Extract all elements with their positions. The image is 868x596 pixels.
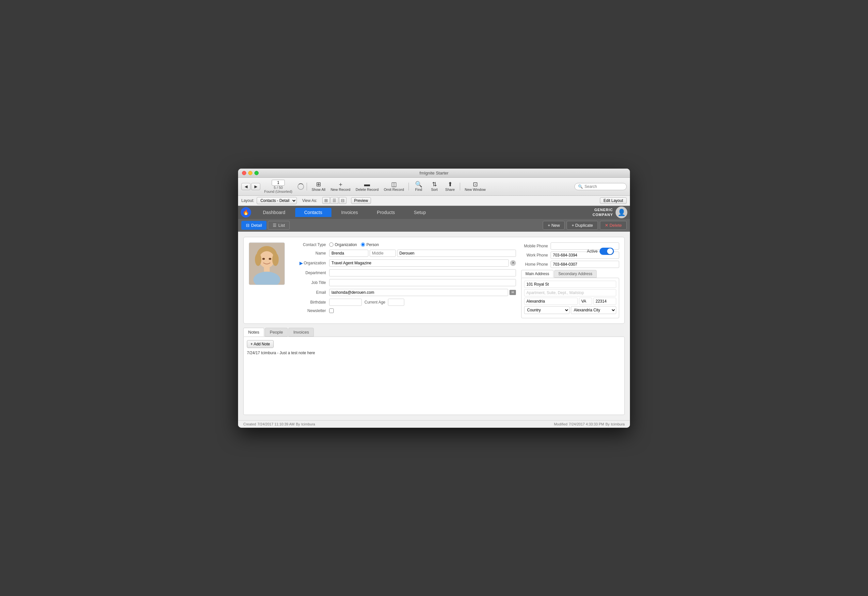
address-county-select[interactable]: Alexandria City [571, 306, 616, 314]
svg-point-8 [269, 258, 272, 260]
org-field: ✕ [329, 259, 516, 267]
contact-form: Contact Type Organization Person [243, 237, 625, 324]
email-field: ✉ [329, 289, 516, 296]
layout-bar: Layout: Contacts - Detail View As: ⊞ ☰ ⊟… [238, 196, 630, 206]
birthdate-input[interactable] [329, 299, 362, 306]
name-label: Name [293, 251, 329, 256]
current-age-input[interactable] [388, 299, 404, 306]
show-all-button[interactable]: ⊞ Show All [310, 181, 327, 192]
job-title-input[interactable] [329, 279, 516, 286]
preview-button[interactable]: Preview [351, 197, 371, 204]
org-clear-button[interactable]: ✕ [510, 260, 516, 266]
back-button[interactable]: ◀ [241, 183, 251, 190]
address-street-input[interactable] [524, 281, 616, 288]
org-radio[interactable] [329, 243, 334, 247]
org-label-container: ▶ Organization [293, 260, 329, 266]
home-phone-input[interactable] [551, 261, 619, 268]
address-zip-input[interactable] [593, 298, 616, 305]
person-option-label: Person [366, 243, 379, 247]
contact-photo [249, 243, 288, 318]
active-toggle-switch[interactable] [599, 248, 614, 255]
sort-icon: ⇅ [432, 181, 437, 187]
share-button[interactable]: ⬆ Share [443, 181, 457, 192]
name-row: Name [293, 250, 516, 257]
search-box[interactable]: 🔍 [574, 183, 627, 190]
list-view-button[interactable]: ☰ List [268, 221, 290, 230]
mobile-phone-label: Mobile Phone [521, 244, 551, 248]
tab-setup[interactable]: Setup [404, 208, 435, 217]
photo-box[interactable] [249, 243, 285, 285]
department-input[interactable] [329, 269, 516, 277]
found-count: 5 / 50 [274, 186, 283, 189]
footer: Created 7/24/2017 11:10:39 AM By tcimbur… [238, 420, 630, 428]
last-name-input[interactable] [397, 250, 516, 257]
add-note-button[interactable]: + Add Note [247, 340, 274, 348]
record-number-input[interactable] [272, 180, 285, 186]
main-address-tab[interactable]: Main Address [521, 270, 554, 278]
contact-left-fields: Contact Type Organization Person [293, 243, 516, 318]
svg-point-2 [259, 251, 274, 268]
list-icon: ☰ [273, 223, 277, 228]
layout-select[interactable]: Contacts - Detail [257, 197, 297, 204]
tab-dashboard[interactable]: Dashboard [254, 208, 295, 217]
tab-invoices[interactable]: Invoices [332, 208, 367, 217]
maximize-button[interactable] [254, 171, 258, 175]
birthdate-field: Current Age [329, 299, 404, 306]
sort-button[interactable]: ⇅ Sort [427, 181, 441, 192]
address-country-select[interactable]: Country [524, 306, 570, 314]
person-radio[interactable] [361, 243, 365, 247]
grid-view-button[interactable]: ⊞ [322, 197, 330, 204]
person-radio-item[interactable]: Person [361, 243, 379, 247]
detail-view-button[interactable]: ⊟ Detail [241, 221, 266, 230]
separator-3 [460, 183, 460, 191]
org-input[interactable] [329, 259, 509, 267]
main-window: fmIgnite Starter ◀ ▶ 5 / 50 Found (Unsor… [238, 169, 630, 428]
people-tab[interactable]: People [265, 328, 288, 337]
list-view-button[interactable]: ☰ [331, 197, 338, 204]
table-view-button[interactable]: ⊟ [339, 197, 347, 204]
delete-record-button[interactable]: ▬ Delete Record [354, 181, 381, 192]
middle-name-input[interactable] [370, 250, 396, 257]
address-apt-input[interactable] [524, 289, 616, 296]
title-bar: fmIgnite Starter [238, 169, 630, 178]
job-title-label: Job Title [293, 280, 329, 285]
svg-point-4 [272, 253, 279, 266]
address-city-input[interactable] [524, 298, 578, 305]
share-label: Share [445, 188, 455, 191]
contact-layout: Contact Type Organization Person [249, 243, 619, 318]
minimize-button[interactable] [248, 171, 252, 175]
notes-tab[interactable]: Notes [243, 328, 264, 337]
delete-record-label: Delete Record [356, 188, 378, 191]
new-window-icon: ⊡ [473, 181, 478, 187]
omit-record-button[interactable]: ◫ Omit Record [382, 181, 406, 192]
job-title-field [329, 279, 516, 286]
sort-indicator [298, 183, 304, 190]
find-button[interactable]: 🔍 Find [412, 181, 426, 192]
invoices-tab[interactable]: Invoices [288, 328, 314, 337]
traffic-lights [242, 171, 258, 175]
close-button[interactable] [242, 171, 246, 175]
first-name-input[interactable] [329, 250, 368, 257]
find-icon: 🔍 [415, 181, 422, 187]
new-window-button[interactable]: ⊡ New Window [463, 181, 487, 192]
new-button[interactable]: + New [543, 221, 565, 230]
email-icon: ✉ [509, 290, 516, 295]
delete-button[interactable]: ✕ Delete [600, 221, 627, 230]
bottom-section: Notes People Invoices + Add Note 7/24/17… [243, 328, 625, 415]
org-radio-item[interactable]: Organization [329, 243, 357, 247]
duplicate-button[interactable]: + Duplicate [567, 221, 598, 230]
edit-layout-button[interactable]: Edit Layout [600, 197, 627, 204]
newsletter-checkbox[interactable] [329, 308, 334, 313]
search-input[interactable] [585, 184, 623, 189]
created-by-label: By [296, 422, 300, 426]
show-all-icon: ⊞ [316, 181, 321, 187]
secondary-address-tab[interactable]: Secondary Address [554, 270, 596, 278]
tab-contacts[interactable]: Contacts [295, 208, 331, 217]
email-input[interactable] [329, 289, 508, 296]
active-label: Active [587, 249, 598, 254]
new-record-button[interactable]: ＋ New Record [329, 181, 352, 192]
tab-products[interactable]: Products [368, 208, 404, 217]
address-state-input[interactable] [579, 298, 592, 305]
find-label: Find [415, 188, 422, 191]
forward-button[interactable]: ▶ [251, 183, 260, 190]
